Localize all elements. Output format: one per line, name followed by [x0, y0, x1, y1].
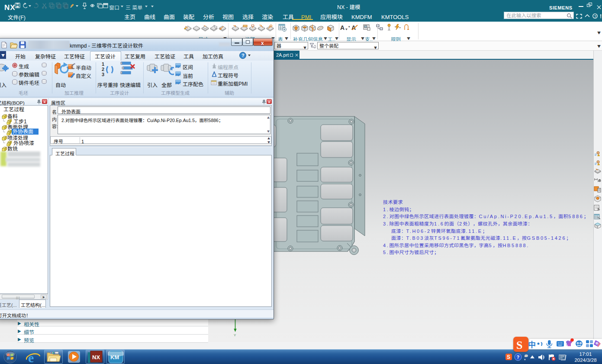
svg-text:▾: ▾ [348, 24, 350, 29]
svg-text:?: ? [594, 13, 596, 19]
svg-text:3: 3 [102, 71, 104, 77]
svg-text:?: ? [517, 353, 520, 360]
svg-text:?: ? [241, 52, 245, 58]
svg-text:▾: ▾ [524, 357, 526, 361]
svg-text:工艺过程: 工艺过程 [3, 106, 24, 113]
svg-text:S: S [507, 353, 510, 360]
svg-text:A: A [340, 23, 344, 32]
svg-text:Y: Y [234, 332, 236, 337]
svg-text:!: ! [600, 13, 602, 19]
svg-text:e: e [28, 351, 34, 364]
svg-text:S: S [516, 339, 522, 351]
svg-text:中: 中 [528, 338, 536, 350]
svg-text:NX: NX [92, 353, 100, 361]
svg-text:数铣: 数铣 [7, 145, 18, 152]
svg-text:KM: KM [110, 353, 119, 361]
